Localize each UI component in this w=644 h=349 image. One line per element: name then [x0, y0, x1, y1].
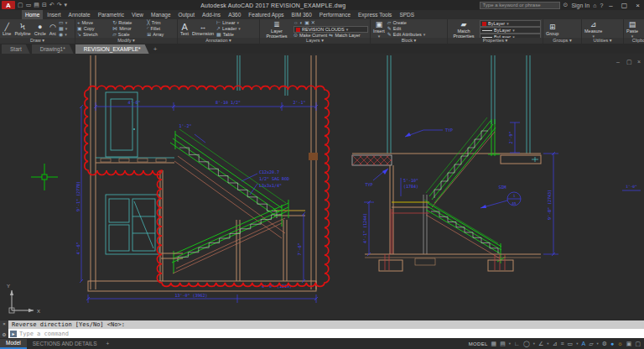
polyline-button[interactable]: Ϟ Polyline [13, 20, 31, 38]
tab-annotate[interactable]: Annotate [65, 10, 94, 19]
insert-button[interactable]: ▣ Insert▾ [372, 20, 386, 38]
leader-button[interactable]: ↗Leader▾ [216, 26, 241, 32]
panel-label-draw[interactable]: Draw ▾ [0, 38, 75, 44]
doc-close-icon[interactable]: × [637, 59, 641, 65]
minimize-button[interactable]: – [606, 2, 615, 9]
undo-icon[interactable]: ↶ [49, 1, 55, 9]
file-tab-drawing1[interactable]: Drawing1* [32, 44, 74, 54]
model-space-label[interactable]: MODEL [469, 341, 488, 346]
new-icon[interactable]: ▢ [18, 1, 23, 9]
command-close-icon[interactable]: × [3, 321, 6, 326]
trim-button[interactable]: ╳Trim [147, 20, 175, 26]
clean-screen-icon[interactable]: ▢ [635, 339, 641, 348]
panel-label-groups[interactable]: Groups ▾ [543, 38, 581, 44]
redo-icon[interactable]: ↷ [57, 1, 62, 9]
command-line-grip[interactable]: × ⚙ [0, 320, 8, 338]
dimension-button[interactable]: ↔ Dimension [191, 20, 215, 38]
file-tab-start[interactable]: Start [2, 44, 30, 54]
open-icon[interactable]: ▭ [26, 1, 32, 9]
file-tab-revision-example[interactable]: REVISION_EXAMPLE* [75, 44, 149, 54]
layer-lock-icon[interactable]: ▣ [304, 20, 309, 26]
new-drawing-button[interactable]: + [151, 45, 160, 54]
panel-label-clipboard[interactable]: Clipboard [624, 38, 644, 44]
stretch-button[interactable]: ↘Stretch [77, 32, 109, 38]
isolate-objects-icon[interactable]: ● [610, 339, 614, 348]
save-icon[interactable]: ▤ [34, 1, 39, 9]
color-dropdown[interactable]: ByLayer▾ [480, 20, 541, 27]
tab-express-tools[interactable]: Express Tools [355, 10, 395, 19]
drawing-canvas[interactable]: 4'-6" 8'-10 1/2" 2'-1" 9'-1" (2770) 4'-6… [0, 54, 644, 320]
object-snap-tracking-icon[interactable]: ⊿ [553, 339, 558, 348]
app-menu-button[interactable]: A [2, 1, 15, 9]
boundary-tool-button[interactable]: ◉▾ [59, 32, 67, 38]
tab-featured-apps[interactable]: Featured Apps [245, 10, 287, 19]
annotation-monitor-icon[interactable]: ☼ [617, 339, 622, 348]
edit-attributes-button[interactable]: ✎Edit Attributes▾ [387, 32, 425, 38]
text-button[interactable]: A Text [179, 20, 190, 38]
tab-model[interactable]: Model [0, 339, 27, 349]
layer-properties-button[interactable]: ≣ Layer Properties [262, 20, 292, 38]
doc-restore-icon[interactable]: ▢ [626, 59, 632, 65]
chevron-down-icon[interactable]: ▾ [576, 341, 578, 346]
layer-freeze-icon[interactable]: ◐ [300, 20, 304, 26]
lineweight-display-icon[interactable]: ≡ [561, 339, 564, 348]
create-block-button[interactable]: ▱Create [387, 20, 425, 26]
isometric-drafting-icon[interactable]: ∠ [538, 339, 543, 348]
search-icon[interactable]: ⊙ [564, 2, 569, 8]
group-button[interactable]: ⊞ Group [545, 20, 559, 38]
array-button[interactable]: ⊞Array [147, 32, 175, 38]
measure-button[interactable]: ⊿ Measure▾ [584, 20, 603, 38]
linear-button[interactable]: ⊢Linear▾ [216, 20, 241, 26]
layer-dropdown[interactable]: REVISION CLOUDS ▾ [293, 26, 368, 33]
rectangle-tool-button[interactable]: ▭▾ [59, 20, 67, 26]
tab-spds[interactable]: SPDS [396, 10, 418, 19]
tab-add-ins[interactable]: Add-ins [199, 10, 224, 19]
new-layout-button[interactable]: + [103, 341, 113, 346]
arc-button[interactable]: ◠ Arc [49, 20, 57, 38]
plot-icon[interactable]: ⊟ [42, 1, 47, 9]
restore-button[interactable]: ▢ [619, 2, 631, 9]
panel-label-properties[interactable]: Properties ▾ [448, 38, 543, 44]
snap-mode-icon[interactable]: ▤ [500, 339, 506, 348]
panel-label-annotation[interactable]: Annotation ▾ [178, 38, 259, 44]
tab-a360[interactable]: A360 [225, 10, 244, 19]
tab-insert[interactable]: Insert [44, 10, 64, 19]
tab-parametric[interactable]: Parametric [95, 10, 127, 19]
panel-label-layers[interactable]: Layers ▾ [260, 38, 370, 44]
table-button[interactable]: ▦Table [216, 32, 241, 38]
ortho-icon[interactable]: ∟ [514, 339, 520, 348]
hatch-tool-button[interactable]: ▦▾ [59, 26, 67, 32]
layer-on-icon[interactable]: ☼ [293, 20, 299, 26]
copy-button[interactable]: ▣Copy [77, 26, 109, 32]
paste-button[interactable]: ▤ Paste▾ [626, 20, 639, 38]
annotation-visibility-icon[interactable]: A [581, 339, 585, 348]
edit-block-button[interactable]: ✎Edit [387, 26, 425, 32]
command-input[interactable]: ▸ Type a command [8, 329, 644, 338]
fillet-button[interactable]: ◜Fillet [147, 26, 175, 32]
a360-icon[interactable]: ⌂ [593, 3, 596, 8]
panel-label-modify[interactable]: Modify ▾ [75, 38, 177, 44]
chevron-down-icon[interactable]: ▾ [509, 341, 511, 346]
revision-cloud[interactable] [85, 86, 330, 286]
tab-sections-and-details[interactable]: SECTIONS AND DETAILS [27, 340, 103, 348]
doc-minimize-icon[interactable]: – [616, 59, 620, 65]
move-button[interactable]: +Move [77, 20, 109, 26]
line-button[interactable]: ╱ Line [2, 20, 12, 38]
annotation-scale-icon[interactable]: ▱ [589, 339, 593, 348]
chevron-down-icon[interactable]: ▾ [533, 341, 535, 346]
scale-button[interactable]: ▱Scale [112, 32, 143, 38]
sign-in-button[interactable]: Sign In [571, 3, 589, 8]
tab-view[interactable]: View [128, 10, 147, 19]
grid-icon[interactable]: ▦ [491, 339, 497, 348]
close-button[interactable]: × [633, 2, 642, 9]
tab-output[interactable]: Output [175, 10, 199, 19]
search-input[interactable]: Type a keyword or phrase [480, 2, 560, 9]
circle-button[interactable]: ● Circle [34, 20, 47, 38]
rotate-button[interactable]: ↻Rotate [112, 20, 143, 26]
recent-commands-icon[interactable]: ▸ [10, 331, 17, 337]
hardware-accel-icon[interactable]: ▣ [626, 339, 632, 348]
workspace-icon[interactable]: ⚙ [602, 339, 607, 348]
object-snap-icon[interactable]: ▭ [568, 339, 574, 348]
match-properties-button[interactable]: ▰ Match Properties [449, 20, 478, 38]
panel-label-block[interactable]: Block ▾ [371, 38, 447, 44]
